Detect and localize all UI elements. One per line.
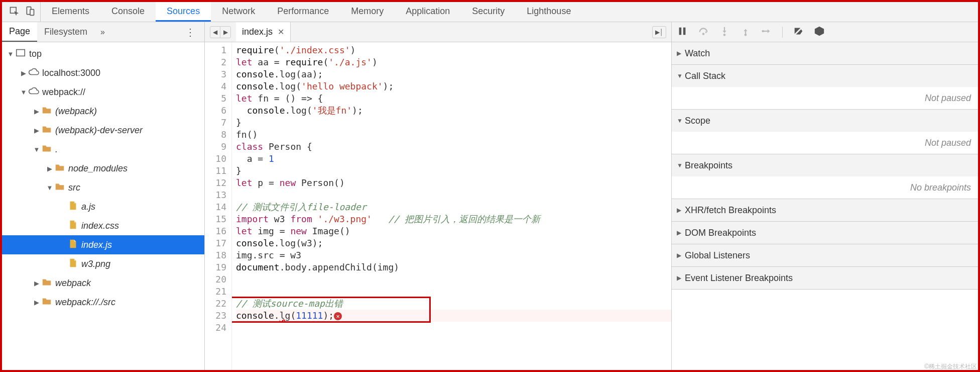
code-line[interactable]: require('./index.css') [236,44,671,56]
section-title: XHR/fetch Breakpoints [685,205,776,216]
code-line[interactable]: console.log(aa); [236,68,671,80]
code-line[interactable]: fn() [236,129,671,141]
tree-item[interactable]: w3.png [2,254,204,273]
svg-rect-5 [683,28,686,35]
code-line[interactable] [236,273,671,286]
code-line[interactable]: // 测试文件引入file-loader [236,201,671,213]
device-toolbar-icon[interactable] [25,6,35,18]
tree-item-label: w3.png [81,259,110,269]
panel-tab-memory[interactable]: Memory [340,2,395,22]
tree-item[interactable]: ▶webpack://./src [2,293,204,312]
svg-rect-2 [30,10,34,16]
file-tree[interactable]: ▼top▶localhost:3000▼webpack://▶(webpack)… [2,42,204,370]
tree-item[interactable]: a.js [2,197,204,216]
debug-section-watch[interactable]: ▶Watch [672,42,978,64]
code-line[interactable]: a = 1 [236,153,671,165]
editor-tab-bar: ◀ ▶ index.js ✕ ▶│ [205,22,671,42]
navigator-more-icon[interactable]: ⋮ [176,26,204,38]
code-line[interactable]: let p = new Person() [236,177,671,189]
tree-item-label: . [55,144,58,155]
navigator-tabs: Page Filesystem » ⋮ [2,22,204,42]
folder-icon [54,181,68,195]
code-line[interactable]: import w3 from './w3.png' // 把图片引入，返回的结果… [236,213,671,225]
step-out-icon[interactable] [740,26,751,38]
tree-item[interactable]: ▶webpack [2,273,204,293]
section-body: Not paused [672,87,978,109]
navigator-overflow-icon[interactable]: » [94,28,111,37]
debug-toolbar [672,22,978,42]
debug-section-scope[interactable]: ▼Scope [672,110,978,132]
step-into-icon[interactable] [719,26,730,38]
section-body: Not paused [672,132,978,154]
tree-item[interactable]: index.css [2,216,204,235]
panel-tab-lighthouse[interactable]: Lighthouse [516,2,582,22]
code-line[interactable]: } [236,165,671,177]
tree-item-label: localhost:3000 [42,68,100,78]
code-line[interactable]: console.log('我是fn'); [236,105,671,117]
step-icon[interactable] [761,26,772,38]
section-title: Scope [685,116,710,126]
step-over-icon[interactable] [698,26,709,38]
code-line[interactable]: let fn = () => { [236,92,671,105]
code-line[interactable]: document.body.appendChild(img) [236,261,671,273]
code-line[interactable]: } [236,117,671,129]
panel-tab-performance[interactable]: Performance [266,2,340,22]
tree-item[interactable]: ▶node_modules [2,159,204,178]
debug-section-event-listener-breakpoints[interactable]: ▶Event Listener Breakpoints [672,267,978,289]
navigator-tab-page[interactable]: Page [2,22,37,42]
tree-item[interactable]: ▼src [2,178,204,197]
code-line[interactable]: console.log('hello webpack'); [236,80,671,92]
nav-back-icon[interactable]: ◀ [210,27,220,38]
panel-tab-network[interactable]: Network [211,2,266,22]
debug-section-global-listeners[interactable]: ▶Global Listeners [672,244,978,266]
tree-item-label: (webpack)-dev-server [55,125,143,136]
tree-item-label: (webpack) [55,106,97,117]
tree-item-label: top [29,49,42,59]
section-title: Breakpoints [685,160,732,171]
code-line[interactable] [236,286,671,298]
tree-item-label: webpack:// [42,87,85,98]
debug-section-xhr-fetch-breakpoints[interactable]: ▶XHR/fetch Breakpoints [672,199,978,221]
code-line[interactable] [236,189,671,201]
code-line[interactable]: console.log(w3); [236,237,671,249]
file-icon [67,219,81,233]
tree-item-label: webpack://./src [55,297,115,308]
panel-tab-console[interactable]: Console [100,2,156,22]
section-title: Event Listener Breakpoints [685,273,793,284]
pause-icon[interactable] [677,26,688,38]
code-line[interactable]: class Person { [236,141,671,153]
code-line[interactable]: let img = new Image() [236,225,671,237]
tree-item[interactable]: ▶localhost:3000 [2,63,204,82]
section-title: Call Stack [685,71,725,81]
editor-tab-indexjs[interactable]: index.js ✕ [236,22,291,42]
tree-item[interactable]: ▼webpack:// [2,82,204,102]
navigator-tab-filesystem[interactable]: Filesystem [37,22,94,42]
nav-forward-icon[interactable]: ▶ [220,27,230,38]
folder-icon [41,143,55,156]
panel-tab-security[interactable]: Security [461,2,516,22]
deactivate-breakpoints-icon[interactable] [793,26,804,38]
debug-section-breakpoints[interactable]: ▼Breakpoints [672,154,978,176]
debug-section-call-stack[interactable]: ▼Call Stack [672,65,978,87]
panel-tab-elements[interactable]: Elements [41,2,100,22]
close-tab-icon[interactable]: ✕ [278,27,284,37]
run-snippet-icon[interactable]: ▶│ [652,26,666,38]
inspect-element-icon[interactable] [9,6,19,18]
code-line[interactable]: let aa = require('./a.js') [236,56,671,68]
panel-tab-application[interactable]: Application [395,2,461,22]
tree-item[interactable]: ▶(webpack)-dev-server [2,121,204,140]
code-line[interactable] [236,322,671,334]
folder-icon [54,162,68,175]
tree-item[interactable]: ▼. [2,140,204,159]
tree-item-label: index.css [81,221,119,231]
panel-tab-sources[interactable]: Sources [156,2,211,22]
tree-item[interactable]: ▼top [2,44,204,63]
code-editor[interactable]: 123456789101112131415161718192021222324 … [205,42,671,370]
tree-item[interactable]: ▶(webpack) [2,102,204,121]
code-line[interactable]: img.src = w3 [236,249,671,261]
svg-point-7 [723,34,726,36]
tree-item-label: src [68,182,80,193]
pause-on-exceptions-icon[interactable] [814,26,825,38]
tree-item[interactable]: index.js [2,235,204,254]
debug-section-dom-breakpoints[interactable]: ▶DOM Breakpoints [672,222,978,244]
